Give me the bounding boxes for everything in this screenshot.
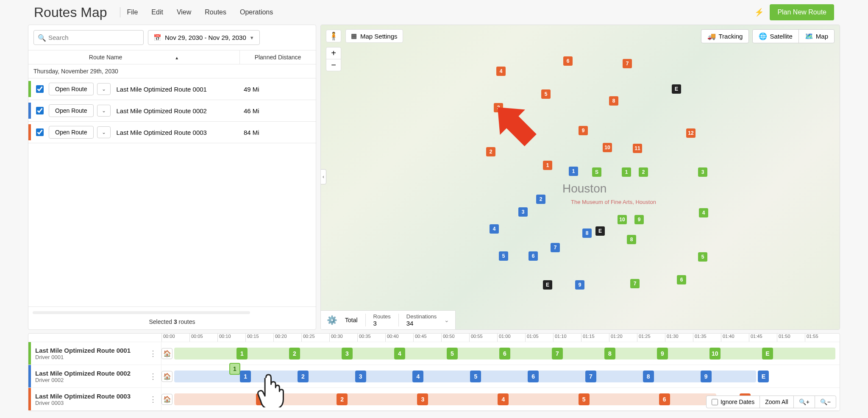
map-pin[interactable]: 2 [639,167,648,177]
map-pin[interactable]: 6 [529,251,538,261]
timeline-stop[interactable]: 9 [701,371,712,382]
tracking-toggle[interactable]: 🚚Tracking [701,30,748,43]
plan-new-route-button[interactable]: Plan New Route [770,4,834,20]
home-icon[interactable]: 🏠 [161,348,172,359]
timeline-stop[interactable]: 2 [289,348,300,359]
open-route-button[interactable]: Open Route [49,104,94,117]
timeline-row-menu[interactable]: ⋮ [145,395,161,404]
timeline-stop[interactable]: 3 [342,348,353,359]
route-dropdown-button[interactable]: ⌄ [97,126,111,138]
timeline-stop[interactable]: 8 [604,348,615,359]
map-pin[interactable]: 9 [634,215,644,224]
map-pin[interactable]: 8 [627,235,636,244]
route-dropdown-button[interactable]: ⌄ [97,83,111,95]
map-pin[interactable]: 1 [622,167,631,177]
map-pin[interactable]: 10 [618,215,627,224]
map-pin[interactable]: 5 [541,89,551,99]
home-icon[interactable]: 🏠 [161,394,172,405]
map-pin[interactable]: 8 [609,96,618,106]
timeline-stop[interactable]: 8 [643,371,654,382]
chevron-down-icon[interactable]: ⌄ [444,317,449,323]
map-pin[interactable]: 2 [536,195,545,204]
timeline-row-menu[interactable]: ⋮ [145,372,161,381]
map-toggle[interactable]: 🗺️Map [798,30,834,43]
timeline-stop[interactable]: E [758,371,769,382]
map-pin[interactable]: 6 [563,56,573,66]
zoom-out-timeline[interactable]: 🔍− [815,396,836,408]
map-pin[interactable]: 11 [633,144,642,153]
map-pin-end[interactable]: E [595,226,605,236]
ignore-dates-toggle[interactable]: Ignore Dates [707,396,760,408]
timeline-track[interactable]: 12345678910E [174,348,835,359]
map-pin[interactable]: 1 [569,167,578,176]
map-pin[interactable]: 4 [490,224,499,234]
dragging-stop[interactable]: 1 [229,363,240,375]
zoom-all-button[interactable]: Zoom All [760,396,793,408]
timeline-stop[interactable]: 2 [298,371,309,382]
timeline-stop[interactable]: 1 [240,371,251,382]
gear-icon[interactable]: ⚙️ [327,315,337,325]
menu-operations[interactable]: Operations [237,7,275,18]
zoom-in-timeline[interactable]: 🔍+ [793,396,815,408]
map-pin-end[interactable]: E [672,84,681,94]
timeline-stop[interactable]: 7 [585,371,596,382]
timeline-stop[interactable]: 2 [337,393,348,405]
map-pin[interactable]: 9 [575,280,584,290]
search-input[interactable] [33,30,144,45]
timeline-stop[interactable]: 3 [417,393,428,405]
route-checkbox[interactable] [36,85,44,93]
menu-file[interactable]: File [125,7,141,18]
map-pin[interactable]: 7 [551,243,560,252]
map-pin[interactable]: 3 [698,167,707,177]
map-pin[interactable]: 10 [603,143,612,152]
map-pin[interactable]: 3 [518,207,528,217]
timeline-stop[interactable]: 4 [498,393,509,405]
map-pin[interactable]: 9 [579,126,588,135]
col-route-name[interactable]: Route Name ▲ [28,50,239,64]
map-pin[interactable]: 5 [698,252,707,262]
map-pin[interactable]: 2 [486,147,495,156]
map-pin[interactable]: 7 [623,59,632,68]
map-pin[interactable]: 4 [496,67,506,76]
map-pin-start[interactable]: S [592,167,601,177]
timeline-stop[interactable]: 1 [236,348,248,359]
timeline-stop[interactable]: 1 [256,393,267,405]
zoom-in-button[interactable]: + [326,47,341,59]
streetview-pegman[interactable]: 🧍 [326,30,341,42]
route-dropdown-button[interactable]: ⌄ [97,105,111,117]
timeline-stop[interactable]: E [762,348,773,359]
date-range-picker[interactable]: 📅 Nov 29, 2030 - Nov 29, 2030 ▼ [148,30,260,45]
route-checkbox[interactable] [36,107,44,114]
zoom-out-button[interactable]: − [326,59,341,71]
timeline-track[interactable]: 1 123456789E [174,371,835,382]
map-pin[interactable]: 1 [543,161,552,170]
map-pin[interactable]: 7 [630,279,640,288]
timeline-stop[interactable]: 9 [657,348,668,359]
map-pin[interactable]: 8 [582,229,592,238]
timeline-stop[interactable]: 4 [394,348,405,359]
map-settings-button[interactable]: ▦ Map Settings [345,29,403,43]
menu-edit[interactable]: Edit [149,7,166,18]
timeline-stop[interactable]: 10 [709,348,721,359]
menu-view[interactable]: View [174,7,194,18]
map-pin[interactable]: 4 [699,208,708,217]
bolt-icon[interactable]: ⚡ [754,8,764,17]
map-pin-end[interactable]: E [543,280,552,290]
ignore-dates-checkbox[interactable] [712,399,718,405]
timeline-stop[interactable]: 6 [659,393,670,405]
map-pin[interactable]: 5 [499,251,508,261]
satellite-toggle[interactable]: 🌐Satellite [753,30,798,43]
timeline-row-menu[interactable]: ⋮ [145,349,161,358]
collapse-sidebar-handle[interactable]: ‹ [320,169,326,184]
timeline-stop[interactable]: 5 [470,371,481,382]
timeline-stop[interactable]: 5 [579,393,590,405]
map-pin[interactable]: 12 [686,128,696,138]
timeline-stop[interactable]: 4 [412,371,423,382]
timeline-stop[interactable]: 6 [528,371,539,382]
timeline-stop[interactable]: 6 [499,348,510,359]
home-icon[interactable]: 🏠 [161,371,172,382]
map-pin[interactable]: 6 [677,275,686,284]
map-panel[interactable]: Houston The Museum of Fine Arts, Houston… [320,25,840,330]
timeline-stop[interactable]: 7 [552,348,563,359]
open-route-button[interactable]: Open Route [49,83,94,95]
